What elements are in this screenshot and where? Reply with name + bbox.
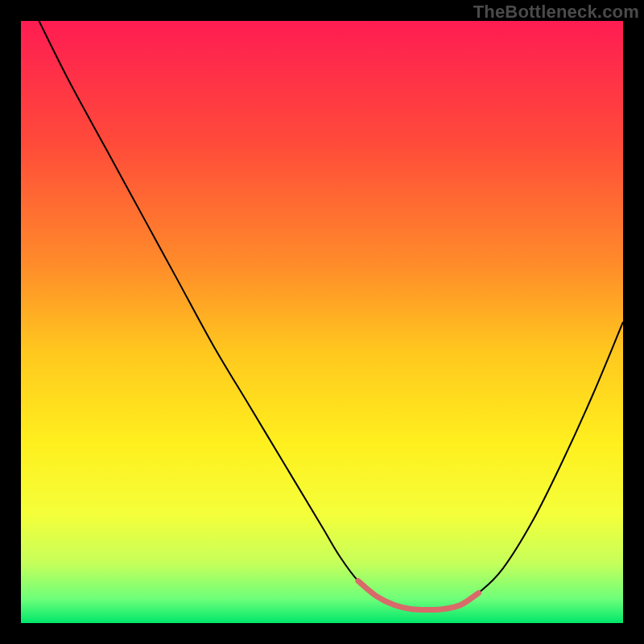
chart-frame: TheBottleneck.com <box>0 0 644 644</box>
bottleneck-chart <box>21 21 623 623</box>
watermark-text: TheBottleneck.com <box>473 2 639 23</box>
heatmap-background <box>21 21 623 623</box>
